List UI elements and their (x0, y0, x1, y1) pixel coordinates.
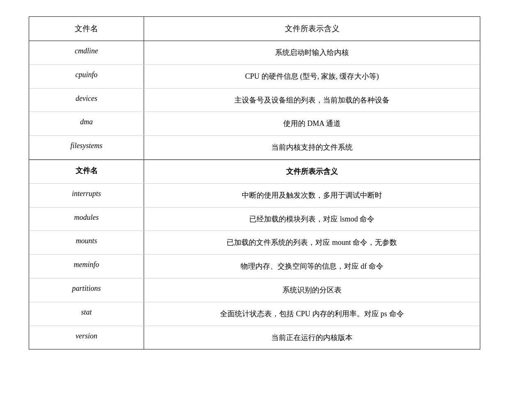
table-row: devices主设备号及设备组的列表，当前加载的各种设备 (29, 89, 480, 112)
row-description: 主设备号及设备组的列表，当前加载的各种设备 (144, 89, 480, 112)
row-filename: filesystems (29, 136, 144, 159)
row-filename: modules (29, 208, 144, 231)
row-filename: dma (29, 112, 144, 135)
table-row: modules已经加载的模块列表，对应 lsmod 命令 (29, 208, 480, 231)
row-filename: stat (29, 302, 144, 326)
main-table: 文件名 文件所表示含义 cmdline系统启动时输入给内核cpuinfoCPU … (29, 16, 480, 349)
table-row: interrupts中断的使用及触发次数，多用于调试中断时 (29, 184, 480, 208)
header-col-desc: 文件所表示含义 (144, 17, 480, 41)
table-row: cmdline系统启动时输入给内核 (29, 41, 480, 65)
table-row: version当前正在运行的内核版本 (29, 326, 480, 349)
row-description: CPU 的硬件信息 (型号, 家族, 缓存大小等) (144, 65, 480, 88)
row-description: 物理内存、交换空间等的信息，对应 df 命令 (144, 255, 480, 278)
table-row: stat全面统计状态表，包括 CPU 内存的利用率。对应 ps 命令 (29, 302, 480, 326)
row-filename: interrupts (29, 184, 144, 207)
row-description: 已经加载的模块列表，对应 lsmod 命令 (144, 208, 480, 231)
row-filename: partitions (29, 278, 144, 302)
row-description: 系统识别的分区表 (144, 278, 480, 302)
row-description: 文件所表示含义 (144, 160, 480, 183)
row-description: 系统启动时输入给内核 (144, 41, 480, 64)
row-filename: cmdline (29, 41, 144, 64)
row-filename: meminfo (29, 255, 144, 278)
row-description: 使用的 DMA 通道 (144, 112, 480, 135)
table-row: 文件名文件所表示含义 (29, 160, 480, 184)
row-description: 当前正在运行的内核版本 (144, 326, 480, 349)
row-filename: 文件名 (29, 160, 144, 183)
table-row: meminfo物理内存、交换空间等的信息，对应 df 命令 (29, 255, 480, 278)
table-row: mounts已加载的文件系统的列表，对应 mount 命令，无参数 (29, 231, 480, 255)
row-description: 中断的使用及触发次数，多用于调试中断时 (144, 184, 480, 207)
row-filename: cpuinfo (29, 65, 144, 88)
row-filename: mounts (29, 231, 144, 254)
table-row: dma使用的 DMA 通道 (29, 112, 480, 136)
table-body: cmdline系统启动时输入给内核cpuinfoCPU 的硬件信息 (型号, 家… (29, 41, 480, 349)
row-filename: devices (29, 89, 144, 112)
table-header: 文件名 文件所表示含义 (29, 17, 480, 41)
row-description: 已加载的文件系统的列表，对应 mount 命令，无参数 (144, 231, 480, 254)
table-row: partitions系统识别的分区表 (29, 278, 480, 302)
row-filename: version (29, 326, 144, 349)
row-description: 当前内核支持的文件系统 (144, 136, 480, 159)
row-description: 全面统计状态表，包括 CPU 内存的利用率。对应 ps 命令 (144, 302, 480, 326)
header-col-name: 文件名 (29, 17, 144, 41)
table-row: filesystems当前内核支持的文件系统 (29, 136, 480, 160)
table-row: cpuinfoCPU 的硬件信息 (型号, 家族, 缓存大小等) (29, 65, 480, 89)
